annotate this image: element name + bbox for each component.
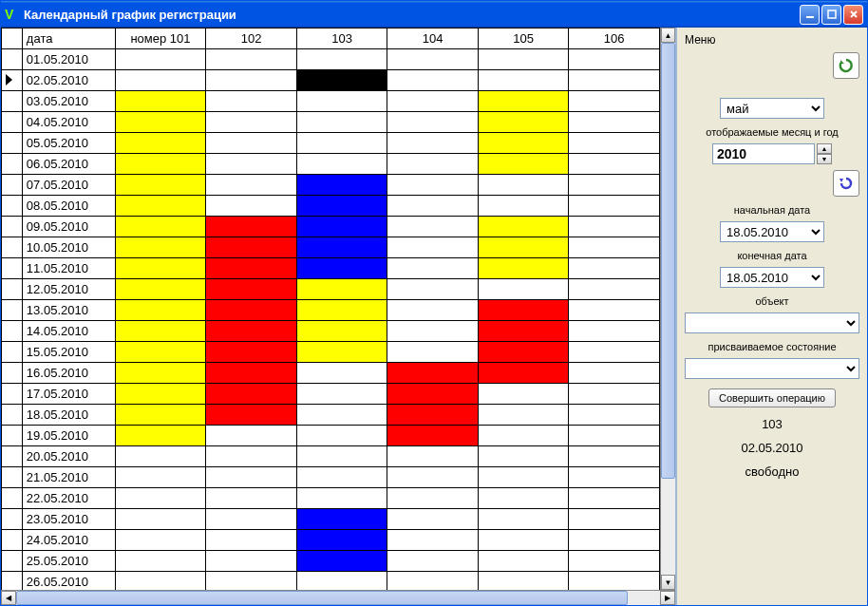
room-cell[interactable] [206, 237, 297, 258]
room-cell[interactable] [115, 467, 206, 488]
room-cell[interactable] [478, 551, 569, 572]
date-cell[interactable]: 23.05.2010 [22, 509, 115, 530]
room-cell[interactable] [478, 572, 569, 591]
date-cell[interactable]: 16.05.2010 [22, 363, 115, 384]
room-cell[interactable] [115, 279, 206, 300]
row-header[interactable] [2, 551, 23, 572]
date-cell[interactable]: 19.05.2010 [22, 426, 115, 446]
row-header[interactable] [2, 446, 23, 467]
end-date-select[interactable]: 18.05.2010 [720, 267, 824, 288]
room-cell[interactable] [387, 488, 479, 509]
room-cell[interactable] [206, 488, 297, 509]
table-row[interactable]: 17.05.2010 [2, 384, 660, 405]
room-cell[interactable] [478, 196, 569, 217]
room-cell[interactable] [296, 196, 387, 217]
room-cell[interactable] [206, 509, 297, 530]
scroll-right-button[interactable]: ▶ [660, 591, 675, 605]
room-cell[interactable] [569, 405, 660, 426]
room-cell[interactable] [206, 572, 297, 591]
room-cell[interactable] [478, 279, 569, 300]
room-cell[interactable] [569, 217, 660, 237]
row-header[interactable] [2, 572, 23, 591]
row-header[interactable] [2, 237, 23, 258]
room-cell[interactable] [206, 154, 297, 175]
room-cell[interactable] [569, 342, 660, 363]
room-cell[interactable] [387, 133, 479, 154]
room-cell[interactable] [569, 70, 660, 91]
room-cell[interactable] [206, 405, 297, 426]
table-row[interactable]: 23.05.2010 [2, 509, 660, 530]
maximize-button[interactable] [821, 5, 841, 25]
room-cell[interactable] [478, 446, 569, 467]
room-cell[interactable] [478, 154, 569, 175]
room-cell[interactable] [296, 551, 387, 572]
room-cell[interactable] [115, 530, 206, 551]
room-cell[interactable] [115, 154, 206, 175]
room-cell[interactable] [478, 91, 569, 112]
row-header[interactable] [2, 363, 23, 384]
column-header[interactable]: 102 [206, 28, 297, 49]
room-cell[interactable] [115, 237, 206, 258]
row-header[interactable] [2, 154, 23, 175]
room-cell[interactable] [569, 363, 660, 384]
room-cell[interactable] [115, 446, 206, 467]
month-select[interactable]: май [720, 98, 824, 119]
room-cell[interactable] [387, 384, 479, 405]
row-header[interactable] [2, 196, 23, 217]
scroll-left-button[interactable]: ◀ [1, 591, 16, 605]
table-row[interactable]: 20.05.2010 [2, 446, 660, 467]
table-row[interactable]: 07.05.2010 [2, 175, 660, 196]
room-cell[interactable] [206, 70, 297, 91]
room-cell[interactable] [387, 446, 479, 467]
room-cell[interactable] [206, 467, 297, 488]
date-cell[interactable]: 21.05.2010 [22, 467, 115, 488]
date-cell[interactable]: 03.05.2010 [22, 91, 115, 112]
room-cell[interactable] [569, 91, 660, 112]
room-cell[interactable] [478, 133, 569, 154]
room-cell[interactable] [569, 426, 660, 446]
room-cell[interactable] [296, 509, 387, 530]
room-cell[interactable] [296, 530, 387, 551]
room-cell[interactable] [569, 112, 660, 133]
room-cell[interactable] [478, 237, 569, 258]
room-cell[interactable] [387, 467, 479, 488]
room-cell[interactable] [387, 258, 479, 279]
room-cell[interactable] [569, 49, 660, 70]
room-cell[interactable] [115, 217, 206, 237]
table-row[interactable]: 02.05.2010 [2, 70, 660, 91]
room-cell[interactable] [206, 91, 297, 112]
room-cell[interactable] [296, 49, 387, 70]
room-cell[interactable] [206, 363, 297, 384]
date-cell[interactable]: 15.05.2010 [22, 342, 115, 363]
schedule-grid[interactable]: датаномер 101102103104105106 01.05.20100… [1, 28, 660, 590]
row-header[interactable] [2, 467, 23, 488]
room-cell[interactable] [387, 530, 479, 551]
room-cell[interactable] [206, 175, 297, 196]
room-cell[interactable] [296, 405, 387, 426]
table-row[interactable]: 22.05.2010 [2, 488, 660, 509]
column-header[interactable]: 103 [296, 28, 387, 49]
room-cell[interactable] [296, 572, 387, 591]
room-cell[interactable] [478, 70, 569, 91]
room-cell[interactable] [478, 509, 569, 530]
row-header[interactable] [2, 175, 23, 196]
room-cell[interactable] [569, 237, 660, 258]
room-cell[interactable] [569, 509, 660, 530]
horizontal-scroll-thumb[interactable] [16, 591, 628, 605]
date-cell[interactable]: 26.05.2010 [22, 572, 115, 591]
row-header[interactable] [2, 488, 23, 509]
room-cell[interactable] [569, 279, 660, 300]
table-row[interactable]: 24.05.2010 [2, 530, 660, 551]
room-cell[interactable] [206, 133, 297, 154]
room-cell[interactable] [478, 217, 569, 237]
table-row[interactable]: 13.05.2010 [2, 300, 660, 321]
row-header[interactable] [2, 112, 23, 133]
table-row[interactable]: 26.05.2010 [2, 572, 660, 591]
date-cell[interactable]: 10.05.2010 [22, 237, 115, 258]
room-cell[interactable] [206, 300, 297, 321]
menu-label[interactable]: Меню [685, 33, 859, 47]
date-cell[interactable]: 02.05.2010 [22, 70, 115, 91]
room-cell[interactable] [569, 384, 660, 405]
room-cell[interactable] [387, 175, 479, 196]
room-cell[interactable] [296, 321, 387, 342]
